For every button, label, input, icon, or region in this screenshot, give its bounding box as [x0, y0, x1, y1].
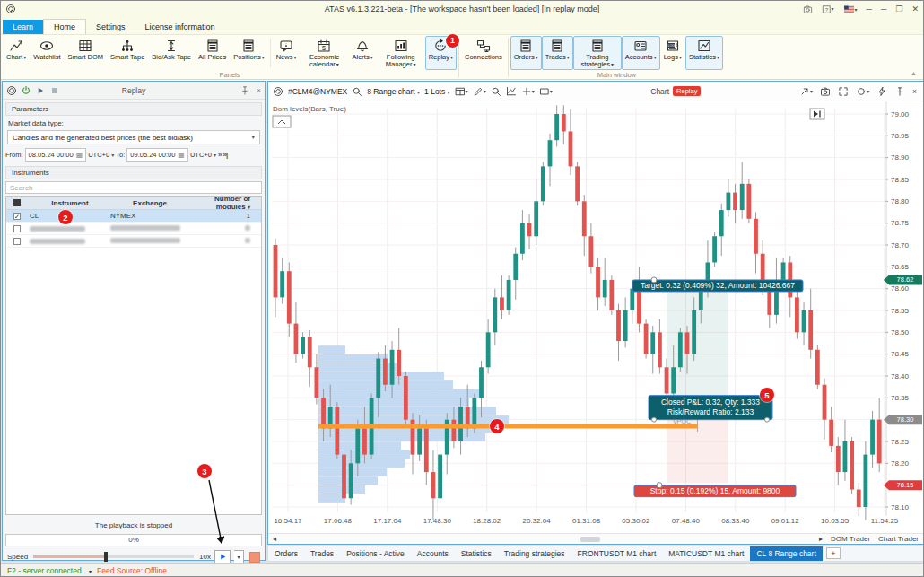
- ribbon-tab-settings[interactable]: Settings: [86, 20, 135, 34]
- pin-icon[interactable]: [240, 85, 250, 96]
- shape-tool-icon[interactable]: ▾: [539, 86, 553, 97]
- layout-icon[interactable]: ▾: [455, 86, 468, 97]
- bottom-tab-maticusdt-m1-chart[interactable]: MATICUSDT M1 chart: [662, 546, 750, 561]
- search-icon[interactable]: [352, 86, 362, 97]
- chevron-down-icon[interactable]: ▾: [89, 568, 92, 574]
- row-checkbox[interactable]: ✓: [13, 213, 21, 220]
- ribbon-button-positions[interactable]: Positions▾: [230, 36, 267, 70]
- chart-trader-link[interactable]: Chart Trader: [878, 535, 919, 543]
- dom-trader-link[interactable]: DOM Trader: [831, 535, 870, 543]
- ribbon-button-bid-ask-tape[interactable]: Bid/Ask Tape: [148, 36, 195, 70]
- ribbon-button-trades[interactable]: Trades▾: [542, 36, 573, 70]
- ribbon-button-all-prices[interactable]: All Prices: [195, 36, 230, 70]
- ribbon-button-trading-strategies[interactable]: Trading strategies▾: [573, 36, 622, 70]
- instrument-row-cl[interactable]: ✓CL2NYMEX1: [6, 210, 261, 223]
- ribbon-button-chart[interactable]: Chart▾: [3, 36, 30, 70]
- tray-minimize-icon[interactable]: ─: [867, 4, 872, 13]
- connection-status[interactable]: F2 - server connected.: [7, 566, 83, 575]
- ribbon-tab-home[interactable]: Home: [43, 19, 86, 34]
- group-link-icon[interactable]: ▾: [856, 86, 869, 97]
- instrument-row[interactable]: [6, 235, 261, 248]
- draw-icon[interactable]: ▾: [473, 86, 486, 97]
- close-panel-icon[interactable]: ×: [912, 87, 917, 96]
- screenshot-icon[interactable]: [820, 86, 831, 97]
- bottom-tab-accounts[interactable]: Accounts: [411, 546, 455, 561]
- add-indicator-icon[interactable]: ▾: [521, 86, 535, 97]
- calendar-icon[interactable]: ▦: [76, 151, 83, 159]
- chart-scrollbar[interactable]: ◂ ▸ DOM Trader Chart Trader: [268, 533, 923, 544]
- search-input[interactable]: [5, 181, 262, 194]
- ribbon-button-smart-tape[interactable]: Smart Tape: [107, 36, 148, 70]
- ribbon-button-watchlist[interactable]: Watchlist: [30, 36, 64, 70]
- power-icon[interactable]: [21, 85, 31, 96]
- send-to-icon[interactable]: ▾: [799, 86, 813, 97]
- language-flag-icon[interactable]: ▾: [843, 4, 858, 14]
- close-icon[interactable]: ✕: [911, 4, 919, 13]
- ribbon-button-smart-dom[interactable]: Smart DOM: [65, 36, 108, 70]
- playback-play-dropdown[interactable]: ▾: [234, 550, 244, 564]
- svg-text:20:32:04: 20:32:04: [523, 517, 552, 525]
- select-all-checkbox[interactable]: [13, 199, 21, 206]
- help-icon[interactable]: ?▾: [822, 4, 834, 13]
- bottom-tab-trades[interactable]: Trades: [304, 546, 340, 561]
- minimize-icon[interactable]: ─: [881, 4, 886, 13]
- close-panel-icon[interactable]: ×: [257, 86, 261, 94]
- chart-type-select[interactable]: 8 Range chart ▾: [367, 87, 420, 96]
- calendar-icon[interactable]: ▦: [178, 151, 185, 159]
- lots-select[interactable]: 1 Lots ▾: [424, 87, 450, 96]
- pin-icon[interactable]: [894, 86, 905, 97]
- scroll-right-icon[interactable]: ▸: [819, 535, 823, 543]
- parameters-section-header[interactable]: Parameters: [5, 102, 262, 116]
- ribbon-collapse-icon[interactable]: ▲: [911, 70, 917, 76]
- market-data-type-select[interactable]: Candles and the generated best prices (t…: [7, 130, 260, 144]
- bottom-tab-cl-8-range-chart[interactable]: CL 8 Range chart: [750, 546, 822, 561]
- column-header-modules[interactable]: Number of modules ▾: [189, 196, 261, 211]
- to-date-field[interactable]: 09.05.24 00:00 ▦: [126, 148, 188, 162]
- row-checkbox[interactable]: [13, 238, 21, 245]
- bottom-tab-orders[interactable]: Orders: [268, 546, 304, 561]
- to-timezone-select[interactable]: UTC+0 ▾: [190, 151, 216, 159]
- stop-icon[interactable]: [49, 85, 60, 96]
- ribbon: Chart▾WatchlistSmart DOMSmart TapeBid/As…: [1, 34, 923, 80]
- row-checkbox[interactable]: [13, 225, 21, 232]
- instruments-section-header[interactable]: Instruments: [5, 166, 262, 179]
- camera-icon[interactable]: [803, 4, 813, 14]
- bottom-tab-frontusdt-m1-chart[interactable]: FRONTUSDT M1 chart: [571, 546, 663, 561]
- bottom-tab-trading-strategies[interactable]: Trading strategies: [498, 546, 571, 561]
- ribbon-button-logs[interactable]: LOGLogs▾: [660, 36, 685, 70]
- ribbon-button-following-manager[interactable]: Following Manager▾: [377, 36, 425, 70]
- instruments-table-header[interactable]: Instrument Exchange Number of modules ▾: [6, 197, 261, 210]
- from-date-field[interactable]: 08.05.24 00:00 ▦: [25, 148, 87, 162]
- speed-slider-handle[interactable]: [104, 552, 108, 562]
- ribbon-button-statistics[interactable]: Statistics▾: [685, 36, 723, 70]
- add-tab-button[interactable]: +: [826, 547, 841, 559]
- zoom-icon[interactable]: [491, 86, 501, 97]
- ribbon-button-news[interactable]: News▾: [273, 36, 301, 70]
- ribbon-tab-license-information[interactable]: License information: [135, 20, 225, 34]
- scrollbar-thumb[interactable]: [580, 537, 600, 542]
- ribbon-button-accounts[interactable]: Accounts▾: [622, 36, 660, 70]
- ribbon-button-economic-calendar[interactable]: $Economic calendar▾: [300, 36, 348, 70]
- from-timezone-select[interactable]: UTC+0 ▾: [88, 151, 114, 159]
- restore-icon[interactable]: ❐: [895, 4, 902, 13]
- ribbon-tab-learn[interactable]: Learn: [3, 20, 43, 34]
- hotkey-icon[interactable]: [876, 86, 887, 97]
- ribbon-button-replay[interactable]: Replay▾1: [425, 36, 457, 70]
- chart-symbol[interactable]: #CLM4@NYMEX: [288, 87, 347, 96]
- fullscreen-icon[interactable]: [838, 86, 849, 97]
- skip-forward-icon[interactable]: »: [218, 151, 221, 159]
- indicator-icon[interactable]: [506, 86, 517, 97]
- scroll-left-icon[interactable]: ◂: [273, 535, 276, 543]
- bottom-tab-positions-active[interactable]: Positions - Active: [340, 546, 411, 561]
- ribbon-button-alerts[interactable]: Alerts▾: [348, 36, 376, 70]
- bottom-tab-statistics[interactable]: Statistics: [455, 546, 498, 561]
- play-icon[interactable]: [35, 85, 46, 96]
- ribbon-button-connections[interactable]: Connections: [461, 36, 506, 69]
- chart-canvas[interactable]: 16:54:1717:06:4817:17:0417:48:3018:28:02…: [268, 101, 923, 534]
- playback-play-button[interactable]: [214, 550, 231, 564]
- ribbon-button-orders[interactable]: Orders▾: [510, 36, 542, 70]
- playback-stop-button[interactable]: [249, 552, 260, 563]
- skip-to-end-icon[interactable]: »|: [222, 151, 227, 159]
- instrument-row[interactable]: [6, 223, 261, 235]
- speed-slider[interactable]: [33, 555, 194, 558]
